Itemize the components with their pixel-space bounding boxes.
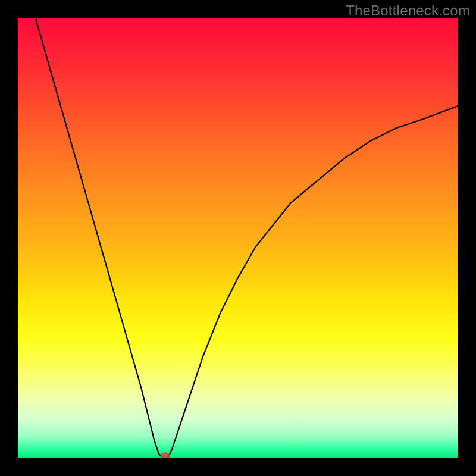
chart-svg — [18, 18, 458, 458]
watermark-text: TheBottleneck.com — [346, 2, 470, 19]
chart-frame: TheBottleneck.com — [0, 0, 476, 476]
marker-dot — [161, 452, 170, 458]
plot-area — [18, 18, 458, 458]
bottleneck-curve — [36, 18, 458, 458]
